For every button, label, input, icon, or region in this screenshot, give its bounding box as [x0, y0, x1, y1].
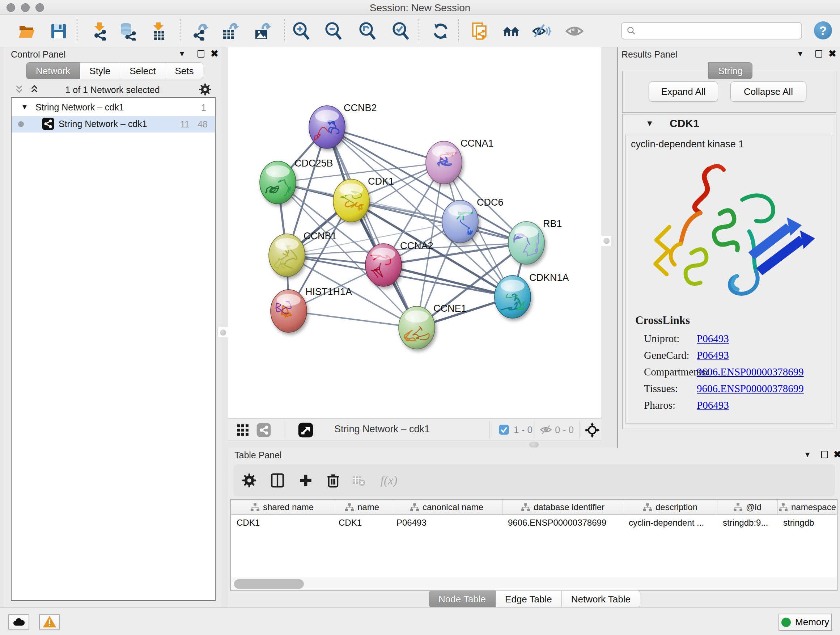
node-CCNA2[interactable]: CCNA2: [365, 241, 433, 287]
tab-node-table[interactable]: Node Table: [429, 591, 496, 608]
function-builder-button[interactable]: f(x): [374, 472, 403, 489]
column-header-name[interactable]: name: [333, 500, 391, 515]
grid-view-button[interactable]: [234, 422, 251, 439]
panel-menu-icon[interactable]: ▾: [798, 49, 802, 59]
hide-selected-button[interactable]: [531, 21, 551, 41]
control-panel-tabs: NetworkStyleSelectSets: [26, 62, 203, 79]
column-header-namespace[interactable]: namespace: [778, 500, 837, 515]
scrollbar-thumb[interactable]: [234, 579, 304, 589]
tab-network[interactable]: Network: [26, 62, 80, 79]
node-CDKN1A[interactable]: CDKN1A: [494, 272, 569, 318]
panel-menu-icon[interactable]: ▾: [805, 449, 810, 459]
open-session-button[interactable]: [17, 21, 37, 41]
column-header-canonical-name[interactable]: canonical name: [391, 500, 502, 515]
pan-crosshair-button[interactable]: [584, 422, 600, 439]
bottom-splitter-handle[interactable]: [529, 442, 538, 448]
memory-button[interactable]: Memory: [778, 614, 832, 631]
export-table-button[interactable]: [219, 21, 240, 41]
table-row[interactable]: CDK1CDK1P064939606.ENSP00000378699cyclin…: [231, 515, 837, 531]
save-floppy-icon: [49, 22, 68, 41]
collection-disclosure-icon[interactable]: ▼: [21, 103, 28, 111]
panel-float-icon[interactable]: [821, 451, 828, 458]
right-splitter-handle[interactable]: [601, 235, 612, 246]
table-header-row: shared namenamecanonical namedatabase id…: [231, 500, 837, 515]
edge-CCNB2-CCNE1[interactable]: [327, 127, 417, 328]
network-row-selected[interactable]: String Network – cdk1 11 48: [11, 116, 215, 133]
entry-disclosure-icon[interactable]: ▼: [646, 119, 654, 128]
crosslink-label: GeneCard:: [644, 349, 690, 361]
table-settings-button[interactable]: [240, 472, 258, 489]
network-collection-row[interactable]: ▼ String Network – cdk1 1: [11, 99, 215, 116]
warnings-button[interactable]: [39, 614, 60, 630]
tab-select[interactable]: Select: [120, 62, 165, 79]
left-splitter-handle[interactable]: [218, 327, 228, 338]
birdseye-toggle-button[interactable]: [297, 422, 314, 439]
column-header-description[interactable]: description: [623, 500, 717, 515]
table-cell[interactable]: cyclin-dependent ...: [623, 515, 717, 531]
network-canvas[interactable]: CCNB2CCNA1CDC25BCDK1CDC6RB1CCNB1CCNA2CDK…: [228, 47, 601, 418]
zoom-selected-button[interactable]: [391, 21, 411, 41]
panel-menu-icon[interactable]: ▾: [180, 49, 184, 59]
panel-float-icon[interactable]: [197, 50, 204, 57]
delete-columns-button[interactable]: [325, 472, 342, 489]
panel-float-icon[interactable]: [815, 50, 822, 57]
table-cell[interactable]: 9606.ENSP00000378699: [502, 515, 623, 531]
node-CCNE1[interactable]: CCNE1: [399, 303, 467, 349]
tab-sets[interactable]: Sets: [165, 62, 203, 79]
collapse-all-button[interactable]: Collapse All: [730, 81, 806, 102]
import-network-button[interactable]: [89, 21, 110, 41]
tab-network-table[interactable]: Network Table: [562, 591, 640, 608]
edge-CCNE1-HIST1H1A[interactable]: [289, 311, 417, 328]
import-network-from-database-button[interactable]: [118, 21, 138, 41]
export-network-button[interactable]: [190, 21, 210, 41]
save-session-button[interactable]: [49, 21, 69, 41]
hidden-eye-icon[interactable]: [540, 424, 552, 437]
cloud-status-button[interactable]: [8, 614, 29, 630]
crosslink-link[interactable]: 9606.ENSP00000378699: [697, 383, 804, 394]
column-type-icon: [778, 502, 788, 512]
table-cell[interactable]: P06493: [391, 515, 502, 531]
network-options-gear-icon[interactable]: [198, 82, 212, 96]
node-CDK1[interactable]: CDK1: [333, 176, 394, 222]
crosslink-link[interactable]: P06493: [697, 399, 729, 411]
table-cell[interactable]: stringdb:9...: [717, 515, 778, 531]
show-columns-button[interactable]: [269, 472, 286, 489]
node-HIST1H1A[interactable]: HIST1H1A: [271, 287, 352, 333]
expand-all-button[interactable]: Expand All: [649, 81, 718, 102]
zoom-fit-button[interactable]: [357, 21, 378, 41]
table-cell[interactable]: stringdb: [778, 515, 837, 531]
create-column-button[interactable]: [297, 472, 314, 489]
warning-icon: [42, 615, 57, 629]
table-cell[interactable]: CDK1: [333, 515, 391, 531]
selected-checkbox-icon[interactable]: [499, 424, 509, 437]
tab-edge-table[interactable]: Edge Table: [496, 591, 562, 608]
share-view-button[interactable]: [256, 422, 272, 439]
export-image-button[interactable]: [252, 21, 272, 41]
zoom-out-button[interactable]: [324, 21, 344, 41]
zoom-in-button[interactable]: [291, 21, 311, 41]
table-cell[interactable]: CDK1: [231, 515, 333, 531]
show-all-button[interactable]: [564, 21, 584, 41]
tab-style[interactable]: Style: [80, 62, 120, 79]
column-header-shared-name[interactable]: shared name: [231, 500, 333, 515]
crosslink-link[interactable]: 9606.ENSP00000378699: [697, 366, 804, 378]
column-header-database-identifier[interactable]: database identifier: [502, 500, 623, 515]
birdseye-view-button[interactable]: [501, 21, 522, 41]
panel-close-icon[interactable]: ✖: [210, 48, 218, 59]
protein-structure-image: [637, 161, 825, 306]
refresh-button[interactable]: [431, 21, 451, 41]
search-input[interactable]: [636, 25, 792, 36]
node-RB1[interactable]: RB1: [508, 218, 562, 264]
network-graph[interactable]: CCNB2CCNA1CDC25BCDK1CDC6RB1CCNB1CCNA2CDK…: [228, 47, 602, 418]
column-header--id[interactable]: @id: [717, 500, 778, 515]
crosslink-link[interactable]: P06493: [697, 333, 729, 345]
delete-table-button[interactable]: [350, 472, 367, 489]
panel-close-icon[interactable]: ✖: [829, 48, 836, 59]
crosslink-link[interactable]: P06493: [697, 349, 729, 361]
help-button[interactable]: ?: [814, 21, 832, 40]
horizontal-scrollbar[interactable]: [231, 577, 837, 591]
clone-network-button[interactable]: [470, 21, 490, 41]
panel-close-icon[interactable]: ✖: [834, 449, 840, 460]
entry-header[interactable]: ▼ CDK1: [622, 114, 836, 133]
import-table-button[interactable]: [148, 21, 169, 41]
